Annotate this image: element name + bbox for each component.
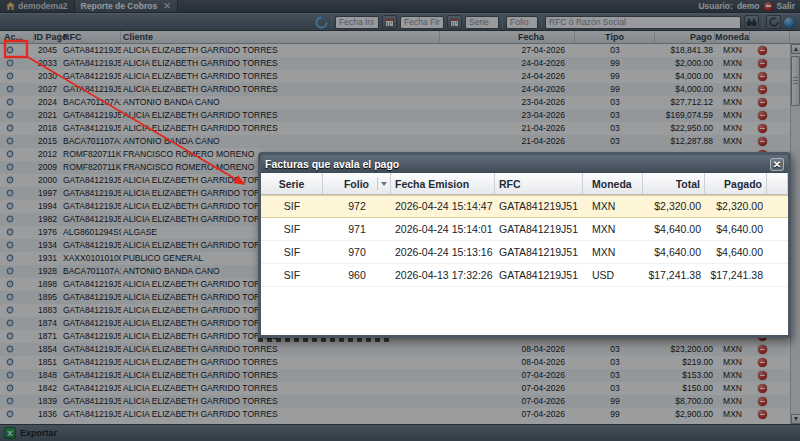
factura-row[interactable]: SIF 970 2026-04-24 15:13:16 GATA841219J5… <box>261 241 788 264</box>
facturas-grid-header: Serie Folio Fecha Emision RFC Moneda Tot… <box>261 173 788 195</box>
clipped-text-artifact <box>258 338 392 342</box>
cell-moneda: MXN <box>583 241 643 263</box>
cell-fecha-emision: 2026-04-13 17:32:26 <box>391 264 495 286</box>
cell-fecha-emision: 2026-04-24 15:14:47 <box>391 196 495 217</box>
header-serie[interactable]: Serie <box>261 173 323 194</box>
cell-total: $17,241.38 <box>643 264 705 286</box>
modal-close-icon[interactable]: ✕ <box>770 158 784 171</box>
cell-serie: SIF <box>261 241 323 263</box>
modal-title: Facturas que avala el pago <box>265 158 399 170</box>
header-rfc[interactable]: RFC <box>495 173 583 194</box>
cell-rfc: GATA841219J51 <box>495 241 583 263</box>
cell-folio: 972 <box>323 196 391 217</box>
cell-total: $4,640.00 <box>643 241 705 263</box>
cell-pagado: $17,241.38 <box>705 264 767 286</box>
facturas-grid: Serie Folio Fecha Emision RFC Moneda Tot… <box>261 173 788 335</box>
header-total[interactable]: Total <box>643 173 705 194</box>
cell-total: $4,640.00 <box>643 218 705 240</box>
factura-row[interactable]: SIF 960 2026-04-13 17:32:26 GATA841219J5… <box>261 264 788 287</box>
cell-serie: SIF <box>261 196 323 217</box>
cell-moneda: MXN <box>583 196 643 217</box>
header-filler <box>767 173 788 194</box>
sort-menu-icon[interactable] <box>377 178 389 190</box>
cell-folio: 960 <box>323 264 391 286</box>
factura-row[interactable]: SIF 971 2026-04-24 15:14:01 GATA841219J5… <box>261 218 788 241</box>
cell-total: $2,320.00 <box>643 196 705 217</box>
factura-row[interactable]: SIF 972 2026-04-24 15:14:47 GATA841219J5… <box>261 195 788 218</box>
cell-pagado: $2,320.00 <box>705 196 767 217</box>
header-fecha-emision[interactable]: Fecha Emision <box>391 173 495 194</box>
cell-rfc: GATA841219J51 <box>495 218 583 240</box>
cell-pagado: $4,640.00 <box>705 241 767 263</box>
cell-folio: 971 <box>323 218 391 240</box>
cell-rfc: GATA841219J51 <box>495 264 583 286</box>
cell-serie: SIF <box>261 264 323 286</box>
cell-fecha-emision: 2026-04-24 15:13:16 <box>391 241 495 263</box>
cell-fecha-emision: 2026-04-24 15:14:01 <box>391 218 495 240</box>
app-window: demodema2 Reporte de Cobros ✕ Usuario: d… <box>0 0 800 441</box>
cell-rfc: GATA841219J51 <box>495 196 583 217</box>
header-moneda[interactable]: Moneda <box>583 173 643 194</box>
facturas-modal: Facturas que avala el pago ✕ Serie Folio… <box>258 152 791 338</box>
header-pagado[interactable]: Pagado <box>705 173 767 194</box>
cell-pagado: $4,640.00 <box>705 218 767 240</box>
cell-moneda: MXN <box>583 218 643 240</box>
cell-moneda: USD <box>583 264 643 286</box>
header-folio[interactable]: Folio <box>323 173 391 194</box>
modal-title-bar[interactable]: Facturas que avala el pago ✕ <box>261 155 788 173</box>
cell-folio: 970 <box>323 241 391 263</box>
cell-serie: SIF <box>261 218 323 240</box>
